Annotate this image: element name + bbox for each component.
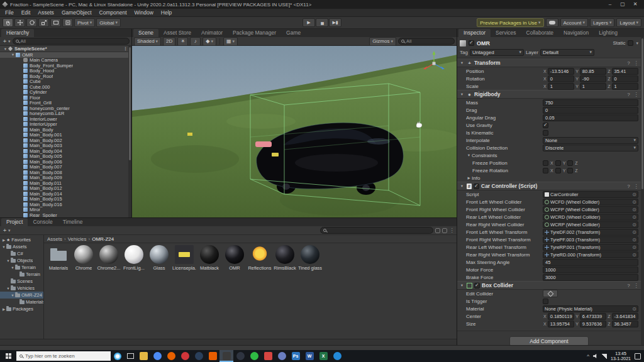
- object-picker-icon[interactable]: ⊙: [632, 214, 636, 220]
- account-button[interactable]: Account▾: [560, 18, 588, 27]
- view-tab-animator[interactable]: Animator: [196, 29, 228, 37]
- menu-gameobject[interactable]: GameObject: [58, 9, 96, 16]
- number-field[interactable]: 45: [543, 259, 638, 266]
- tray-chevron-icon[interactable]: ^: [587, 353, 589, 359]
- asset-frontlig[interactable]: FrontLig...: [122, 245, 146, 271]
- grid-visibility-dropdown[interactable]: ▦▾: [223, 37, 238, 46]
- scene-audio-toggle[interactable]: ♪: [190, 37, 201, 46]
- hierarchy-row-main-body-006[interactable]: Main_Body.006: [0, 159, 131, 165]
- foldout-icon[interactable]: ▼: [6, 287, 11, 290]
- hierarchy-row-main-body-012[interactable]: Main_Body.012: [0, 186, 131, 192]
- component-header[interactable]: ▼●Rigidbody?⋮: [457, 90, 641, 99]
- foldout-icon[interactable]: ▼: [459, 283, 465, 287]
- taskbar-gmail[interactable]: [261, 350, 275, 362]
- hierarchy-row-main-body-002[interactable]: Main_Body.002: [0, 138, 131, 143]
- step-button[interactable]: ▶▮: [329, 18, 341, 27]
- number-field[interactable]: 0.1850119: [548, 313, 574, 320]
- object-picker-icon[interactable]: ⊙: [632, 237, 636, 243]
- help-icon[interactable]: ?: [626, 283, 631, 288]
- move-tool-button[interactable]: [14, 18, 25, 27]
- hierarchy-row-floor[interactable]: Floor: [0, 95, 131, 101]
- hierarchy-row-cube[interactable]: Cube: [0, 79, 131, 85]
- foldout-icon[interactable]: ▼: [10, 53, 16, 57]
- taskbar-excel[interactable]: X: [316, 350, 330, 362]
- hierarchy-row-main-body-015[interactable]: Main_Body.015: [0, 197, 131, 202]
- taskbar-clock[interactable]: 13:45 13-1-2021: [611, 351, 631, 361]
- object-field[interactable]: TyreRP.001 (Transform)⊙: [543, 244, 638, 251]
- project-tree-materials[interactable]: Materials: [0, 299, 43, 305]
- checkbox-y[interactable]: [555, 160, 561, 166]
- taskbar-file-explorer[interactable]: [136, 350, 150, 362]
- hierarchy-row-cylinder[interactable]: Cylinder: [0, 90, 131, 96]
- action-center-icon[interactable]: [635, 353, 641, 359]
- foldout-icon[interactable]: ▼: [459, 61, 465, 65]
- checkbox[interactable]: [543, 299, 548, 304]
- hierarchy-row-main-body-004[interactable]: Main_Body.004: [0, 148, 131, 154]
- object-field[interactable]: TyreRD.000 (Transform)⊙: [543, 251, 638, 258]
- object-picker-icon[interactable]: ⊙: [632, 306, 636, 312]
- hierarchy-row-main-body-005[interactable]: Main_Body.005: [0, 154, 131, 160]
- inspector-tab-navigation[interactable]: Navigation: [558, 29, 594, 37]
- asset-matblack[interactable]: Matblack: [197, 245, 221, 271]
- object-field[interactable]: WCRD (Wheel Collider)⊙: [543, 214, 638, 221]
- foldout-icon[interactable]: ▼: [1, 245, 6, 249]
- help-icon[interactable]: ?: [626, 184, 631, 189]
- hierarchy-row-main-body-001[interactable]: Main_Body.001: [0, 133, 131, 138]
- hierarchy-row-honeycomb-l-r[interactable]: honeycomb.L&R: [0, 111, 131, 117]
- checkbox-y[interactable]: [555, 168, 561, 173]
- object-picker-icon[interactable]: ⊙: [632, 199, 636, 205]
- checkbox[interactable]: [543, 130, 548, 136]
- foldout-icon[interactable]: ▶: [1, 307, 6, 311]
- foldout-icon[interactable]: ▼: [10, 266, 15, 270]
- number-field[interactable]: 13.95754: [548, 321, 574, 327]
- project-tree-omr-z24[interactable]: ▼OMR-Z24: [0, 292, 43, 299]
- inspector-tab-inspector[interactable]: Inspector: [458, 29, 491, 37]
- asset-materials[interactable]: Materials: [47, 245, 70, 271]
- menu-help[interactable]: Help: [157, 9, 175, 16]
- hierarchy-row-body-front-bumper[interactable]: Body_Front_Bumper: [0, 63, 131, 69]
- kebab-icon[interactable]: ⋮: [633, 92, 639, 97]
- 2d-toggle-button[interactable]: 2D: [163, 37, 175, 46]
- number-field[interactable]: 750: [543, 99, 638, 106]
- number-field[interactable]: 36.3457: [612, 321, 638, 327]
- scene-search-input[interactable]: All: [398, 38, 455, 45]
- hierarchy-row-interiorupper[interactable]: InteriorUpper: [0, 122, 131, 128]
- breadcrumb-assets[interactable]: Assets: [47, 236, 62, 242]
- breadcrumb-omr-z24[interactable]: OMR-Z24: [92, 236, 114, 242]
- project-tree-terrain[interactable]: Terrain: [0, 271, 43, 278]
- start-button[interactable]: [0, 350, 16, 362]
- gizmos-dropdown[interactable]: Gizmos▾: [369, 37, 396, 46]
- create-button[interactable]: ＋▾: [2, 37, 11, 45]
- asset-licensepla[interactable]: Licensepla...: [172, 245, 196, 271]
- object-picker-icon[interactable]: ⊙: [632, 252, 636, 258]
- hierarchy-row-miror[interactable]: Miror: [0, 207, 131, 213]
- project-tree-scenes[interactable]: Scenes: [0, 278, 43, 285]
- view-tab-asset-store[interactable]: Asset Store: [158, 29, 196, 37]
- scene-3d-view[interactable]: [132, 46, 457, 217]
- foldout-icon[interactable]: ▼: [459, 184, 465, 188]
- hierarchy-row-rear-spoiler[interactable]: Rear_Spoiler: [0, 212, 131, 217]
- taskbar-chrome[interactable]: [150, 350, 164, 362]
- number-field[interactable]: 80.85: [580, 68, 606, 75]
- play-button[interactable]: ▶: [303, 18, 315, 27]
- object-field[interactable]: None (Physic Material)⊙: [543, 305, 638, 312]
- view-tab-game[interactable]: Game: [281, 29, 306, 37]
- asset-chrome2[interactable]: Chrome2...: [97, 245, 121, 271]
- cortana-icon[interactable]: [114, 353, 121, 360]
- number-field[interactable]: 35.41: [612, 68, 638, 75]
- project-search-input[interactable]: [320, 227, 433, 234]
- static-checkbox[interactable]: [628, 40, 633, 46]
- shading-mode-dropdown[interactable]: Shaded▾: [134, 37, 161, 46]
- view-tab-scene[interactable]: Scene: [133, 29, 158, 37]
- checkbox-x[interactable]: [543, 160, 548, 166]
- layer-dropdown[interactable]: Default▾: [540, 49, 594, 56]
- bottom-tab-console[interactable]: Console: [28, 218, 57, 226]
- gameobject-name[interactable]: OMR: [477, 40, 610, 47]
- checkbox[interactable]: [543, 123, 548, 128]
- search-by-label-icon[interactable]: [442, 228, 447, 233]
- collab-cloud-button[interactable]: [546, 18, 558, 27]
- hierarchy-row-omr[interactable]: ▼OMR: [0, 52, 131, 58]
- number-field[interactable]: -13.5146: [548, 68, 574, 75]
- inspector-tab-lighting[interactable]: Lighting: [594, 29, 623, 37]
- create-asset-button[interactable]: ＋▾: [2, 226, 11, 234]
